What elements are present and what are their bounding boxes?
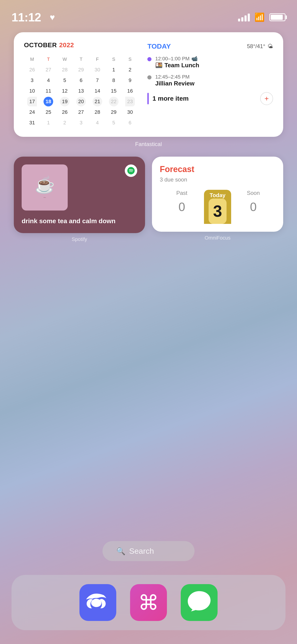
cal-day: 27 [44, 65, 53, 75]
spotify-logo [125, 164, 137, 177]
event-name: 🍱Team Lunch [155, 62, 199, 69]
event-dot [147, 57, 152, 61]
cal-day: 4 [44, 76, 53, 85]
events-section: TODAY 58°/41° 🌤 12:00–1:00 PM 📹 🍱Team Lu… [147, 42, 273, 128]
forecast-soon: Soon 0 [231, 190, 275, 224]
spotify-album-art: ☕ ～ [22, 164, 68, 210]
battery-icon [269, 13, 286, 21]
today-label: TODAY [147, 42, 171, 50]
status-bar: 11:12 ♥ 📶 [0, 0, 297, 28]
cal-day: 14 [92, 86, 102, 96]
event-dot [147, 75, 152, 80]
forecast-past: Past 0 [160, 190, 204, 224]
more-text: 1 more item [147, 93, 188, 104]
cal-header-f: F [92, 54, 102, 64]
forecast-today-box: Today 3 [204, 190, 232, 224]
search-bar[interactable]: 🔍 Search [102, 541, 194, 561]
purple-line [147, 93, 149, 104]
cal-day: 24 [27, 107, 37, 117]
forecast-title: Forecast [160, 164, 275, 174]
signal-icon [238, 13, 250, 22]
cal-day: 4 [92, 118, 102, 128]
status-time: 11:12 [12, 10, 41, 24]
cal-day: 3 [76, 118, 86, 128]
weather-info: 58°/41° 🌤 [247, 43, 273, 50]
more-label: 1 more item [152, 95, 188, 102]
dock: ⌘ [12, 575, 286, 630]
cal-day: 19 [60, 97, 70, 106]
event-name: Jillian Review [155, 80, 194, 87]
cal-day: 30 [125, 107, 135, 117]
cal-day: 16 [125, 86, 135, 96]
cal-day: 23 [125, 97, 135, 106]
cal-header-t2: T [76, 54, 86, 64]
cal-header-s2: S [125, 54, 135, 64]
search-label: Search [129, 546, 154, 556]
fantastical-label: Fantastical [14, 141, 283, 148]
cal-day-today: 18 [44, 97, 53, 106]
video-icon: 📹 [191, 56, 198, 62]
cal-header-m: M [27, 54, 37, 64]
cal-day: 12 [60, 86, 70, 96]
forecast-subtitle: 3 due soon [160, 176, 275, 183]
event-team-lunch: 12:00–1:00 PM 📹 🍱Team Lunch [147, 56, 273, 69]
status-right: 📶 [238, 12, 286, 22]
omnifocus-widget[interactable]: Forecast 3 due soon Past 0 Today 3 [152, 156, 283, 232]
wifi-icon: 📶 [254, 12, 265, 22]
cal-day: 15 [109, 86, 118, 96]
cal-day: 28 [92, 107, 102, 117]
event-content: 12:45–2:45 PM Jillian Review [155, 74, 194, 87]
cal-day: 2 [60, 118, 70, 128]
more-item: 1 more item + [147, 92, 273, 105]
cal-day: 17 [27, 97, 37, 106]
cal-day: 5 [60, 76, 70, 85]
cal-day: 22 [109, 97, 118, 106]
cal-day: 13 [76, 86, 86, 96]
add-event-button[interactable]: + [260, 92, 273, 105]
fantastical-widget[interactable]: OCTOBER 2022 M T W T F S S 26 27 28 29 3… [14, 32, 283, 137]
cal-day: 26 [27, 65, 37, 75]
cal-day: 5 [109, 118, 118, 128]
cal-day: 9 [125, 76, 135, 85]
cal-day: 29 [109, 107, 118, 117]
cal-day: 10 [27, 86, 37, 96]
calendar-grid: M T W T F S S 26 27 28 29 30 1 2 3 4 5 6 [24, 54, 138, 128]
event-time: 12:45–2:45 PM [155, 74, 194, 80]
cal-day: 11 [44, 86, 53, 96]
forecast-columns: Past 0 Today 3 Soon [160, 190, 275, 224]
cal-day: 21 [92, 97, 102, 106]
cal-day: 7 [92, 76, 102, 85]
calendar-section: OCTOBER 2022 M T W T F S S 26 27 28 29 3… [24, 42, 138, 128]
cal-day: 27 [76, 107, 86, 117]
event-jillian-review: 12:45–2:45 PM Jillian Review [147, 74, 273, 87]
cal-header-t: T [44, 54, 53, 64]
event-content: 12:00–1:00 PM 📹 🍱Team Lunch [155, 56, 199, 69]
heart-icon: ♥ [50, 12, 55, 22]
temperature: 58°/41° [247, 43, 265, 50]
event-time: 12:00–1:00 PM 📹 [155, 56, 199, 62]
omnifocus-label: OmniFocus [152, 235, 283, 241]
calendar-year: 2022 [59, 42, 74, 49]
messages-app-icon[interactable] [181, 584, 218, 621]
cal-day: 1 [44, 118, 53, 128]
cal-day: 2 [125, 65, 135, 75]
cal-day: 25 [44, 107, 53, 117]
calendar-month: OCTOBER [24, 42, 57, 49]
keystroke-app-icon[interactable]: ⌘ [130, 584, 167, 621]
cal-day: 8 [109, 76, 118, 85]
discord-app-icon[interactable] [80, 584, 116, 621]
cal-day: 30 [92, 65, 102, 75]
forecast-today-col: Today 3 [204, 190, 232, 224]
calendar-header: OCTOBER 2022 [24, 42, 138, 49]
cal-day: 20 [76, 97, 86, 106]
cal-day: 26 [60, 107, 70, 117]
cal-day: 6 [125, 118, 135, 128]
cal-day: 6 [76, 76, 86, 85]
cal-day: 31 [27, 118, 37, 128]
spotify-widget[interactable]: ☕ ～ drink some tea and calm down [14, 156, 145, 233]
spotify-label: Spotify [14, 236, 145, 242]
today-header: TODAY 58°/41° 🌤 [147, 42, 273, 50]
spotify-track-name: drink some tea and calm down [22, 217, 137, 225]
weather-icon: 🌤 [268, 43, 273, 50]
cal-day: 29 [76, 65, 86, 75]
